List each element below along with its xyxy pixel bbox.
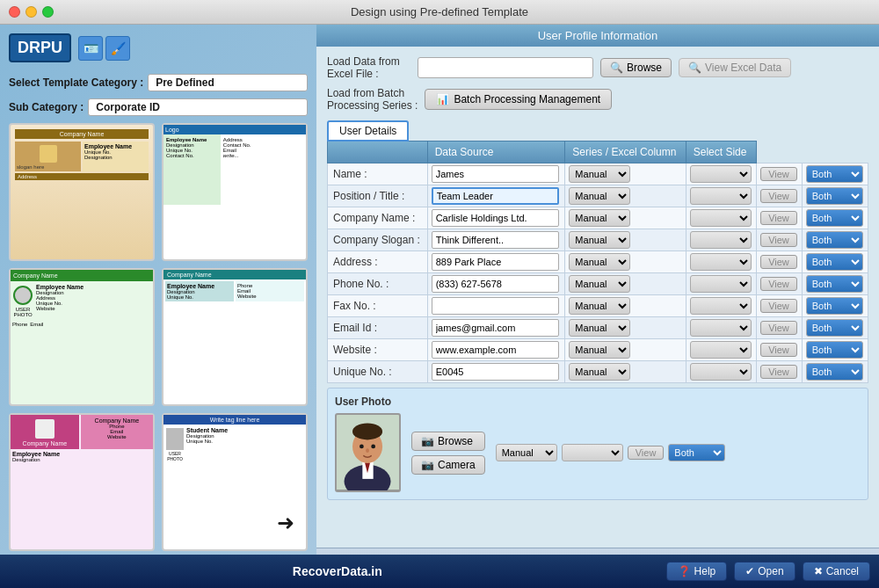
- col-select-cell[interactable]: [686, 273, 756, 295]
- field-value-cell[interactable]: [427, 273, 565, 295]
- user-details-tab[interactable]: User Details: [327, 120, 409, 142]
- datasource-select-1[interactable]: Manual Excel: [569, 187, 630, 205]
- view-cell[interactable]: View: [757, 317, 803, 339]
- field-value-cell[interactable]: [427, 207, 565, 229]
- maximize-window-btn[interactable]: [42, 6, 54, 18]
- side-cell[interactable]: Both Front Back: [802, 361, 868, 383]
- template-card-4[interactable]: Company Name Employee Name Designation U…: [162, 268, 308, 406]
- datasource-cell[interactable]: Manual Excel: [565, 361, 686, 383]
- app-cancel-button[interactable]: ✖ Cancel: [803, 562, 870, 581]
- datasource-cell[interactable]: Manual Excel: [565, 185, 686, 207]
- view-cell[interactable]: View: [757, 185, 803, 207]
- side-select-0[interactable]: Both Front Back: [806, 165, 863, 183]
- view-cell[interactable]: View: [757, 251, 803, 273]
- side-cell[interactable]: Both Front Back: [802, 185, 868, 207]
- col-select-3[interactable]: [690, 231, 752, 249]
- field-input-4[interactable]: [432, 253, 559, 271]
- side-select-5[interactable]: Both Front Back: [806, 275, 863, 293]
- template-category-value[interactable]: Pre Defined: [148, 74, 308, 91]
- field-input-0[interactable]: [432, 165, 559, 183]
- field-value-cell[interactable]: [427, 339, 565, 361]
- col-select-0[interactable]: [690, 165, 752, 183]
- browse-excel-button[interactable]: 🔍 Browse: [600, 58, 672, 77]
- view-cell[interactable]: View: [757, 361, 803, 383]
- camera-button[interactable]: 📷 Camera: [411, 455, 485, 475]
- datasource-cell[interactable]: Manual Excel: [565, 295, 686, 317]
- view-cell[interactable]: View: [757, 163, 803, 185]
- field-input-2[interactable]: [432, 209, 559, 227]
- field-input-7[interactable]: [432, 319, 559, 337]
- sub-category-value[interactable]: Corporate ID: [88, 98, 308, 116]
- datasource-cell[interactable]: Manual Excel: [565, 339, 686, 361]
- photo-view-button[interactable]: View: [628, 446, 665, 460]
- datasource-select-7[interactable]: Manual Excel: [569, 319, 630, 337]
- side-select-7[interactable]: Both Front Back: [806, 319, 863, 337]
- col-select-cell[interactable]: [686, 295, 756, 317]
- side-cell[interactable]: Both Front Back: [802, 273, 868, 295]
- template-card-1[interactable]: Company Name slogan here Employee Name U…: [9, 123, 155, 261]
- datasource-select-6[interactable]: Manual Excel: [569, 297, 630, 315]
- template-card-2[interactable]: Logo Employee Name Designation Unique No…: [162, 123, 308, 261]
- photo-col-select[interactable]: [562, 444, 623, 461]
- view-cell[interactable]: View: [757, 339, 803, 361]
- browse-photo-button[interactable]: 📷 Browse: [411, 432, 485, 451]
- datasource-cell[interactable]: Manual Excel: [565, 251, 686, 273]
- datasource-select-0[interactable]: Manual Excel: [569, 165, 630, 183]
- col-select-cell[interactable]: [686, 207, 756, 229]
- side-select-8[interactable]: Both Front Back: [806, 341, 863, 359]
- side-select-3[interactable]: Both Front Back: [806, 231, 863, 249]
- datasource-select-3[interactable]: Manual Excel: [569, 231, 630, 249]
- col-select-cell[interactable]: [686, 163, 756, 185]
- col-select-cell[interactable]: [686, 361, 756, 383]
- field-value-cell[interactable]: [427, 317, 565, 339]
- col-select-9[interactable]: [690, 363, 752, 381]
- datasource-select-5[interactable]: Manual Excel: [569, 275, 630, 293]
- side-select-9[interactable]: Both Front Back: [806, 363, 863, 381]
- field-input-5[interactable]: [432, 275, 559, 293]
- datasource-cell[interactable]: Manual Excel: [565, 163, 686, 185]
- datasource-select-2[interactable]: Manual Excel: [569, 209, 630, 227]
- datasource-cell[interactable]: Manual Excel: [565, 229, 686, 251]
- field-input-6[interactable]: [432, 297, 559, 315]
- col-select-cell[interactable]: [686, 251, 756, 273]
- view-btn-9[interactable]: View: [760, 365, 797, 379]
- datasource-select-4[interactable]: Manual Excel: [569, 253, 630, 271]
- col-select-cell[interactable]: [686, 229, 756, 251]
- col-select-cell[interactable]: [686, 185, 756, 207]
- side-cell[interactable]: Both Front Back: [802, 207, 868, 229]
- field-input-3[interactable]: [432, 231, 559, 249]
- view-btn-5[interactable]: View: [760, 277, 797, 291]
- side-select-6[interactable]: Both Front Back: [806, 297, 863, 315]
- field-value-cell[interactable]: [427, 185, 565, 207]
- side-select-4[interactable]: Both Front Back: [806, 253, 863, 271]
- photo-side-select[interactable]: Both Front Back: [668, 444, 725, 461]
- load-excel-input[interactable]: [418, 57, 593, 78]
- col-select-7[interactable]: [690, 319, 752, 337]
- view-btn-3[interactable]: View: [760, 233, 797, 247]
- view-btn-4[interactable]: View: [760, 255, 797, 269]
- view-btn-6[interactable]: View: [760, 299, 797, 313]
- view-btn-1[interactable]: View: [760, 189, 797, 203]
- view-btn-2[interactable]: View: [760, 211, 797, 225]
- datasource-select-8[interactable]: Manual Excel: [569, 341, 630, 359]
- view-btn-0[interactable]: View: [760, 167, 797, 181]
- col-select-cell[interactable]: [686, 339, 756, 361]
- col-select-6[interactable]: [690, 297, 752, 315]
- col-select-4[interactable]: [690, 253, 752, 271]
- minimize-window-btn[interactable]: [25, 6, 37, 18]
- col-select-8[interactable]: [690, 341, 752, 359]
- view-cell[interactable]: View: [757, 273, 803, 295]
- datasource-cell[interactable]: Manual Excel: [565, 317, 686, 339]
- side-cell[interactable]: Both Front Back: [802, 251, 868, 273]
- col-select-1[interactable]: [690, 187, 752, 205]
- side-cell[interactable]: Both Front Back: [802, 229, 868, 251]
- col-select-2[interactable]: [690, 209, 752, 227]
- template-card-5[interactable]: Company Name Company Name Phone Email We…: [9, 413, 155, 551]
- side-cell[interactable]: Both Front Back: [802, 317, 868, 339]
- close-window-btn[interactable]: [9, 6, 20, 18]
- field-input-9[interactable]: [432, 363, 559, 381]
- template-card-3[interactable]: Company Name USERPHOTO Employee Name Des…: [9, 268, 155, 406]
- field-value-cell[interactable]: [427, 295, 565, 317]
- col-select-cell[interactable]: [686, 317, 756, 339]
- app-open-button[interactable]: ✔ Open: [734, 562, 795, 581]
